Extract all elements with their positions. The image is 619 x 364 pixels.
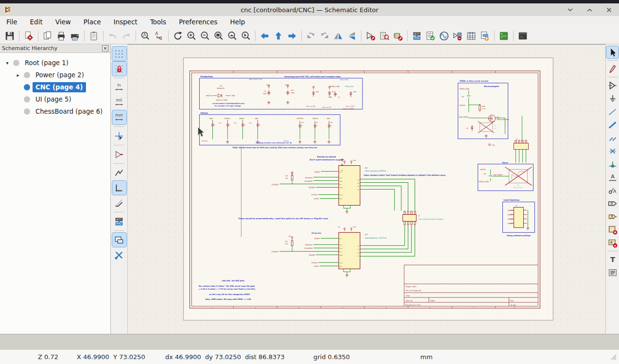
menu-edit[interactable]: Edit [24,17,49,27]
redo-button[interactable] [120,29,133,43]
zoom-out-icon [200,31,210,41]
nav-back-button[interactable] [258,29,272,43]
close-button[interactable] [604,5,613,14]
undo-button[interactable] [106,29,120,43]
zoom-in-button[interactable] [185,29,198,43]
resize-grip[interactable] [609,353,617,361]
annotate-button[interactable]: R??R42 [410,29,424,43]
expander-icon[interactable]: ▾ [4,60,11,66]
select-cursor-button[interactable] [606,46,619,58]
find-replace-button[interactable]: AB [152,29,166,43]
cursor-shape-button[interactable] [112,129,126,143]
svg-text:J1: J1 [418,214,420,217]
no-connect-button[interactable] [606,145,619,157]
hierarchy-item-power[interactable]: ▸Power (page 2) [0,69,110,81]
place-sheet-button[interactable] [606,224,619,236]
annotate-auto-button[interactable]: R??R42 [112,214,126,228]
hierarchy-close-button[interactable]: ✕ [102,45,108,52]
svg-text:Rev:: Rev: [511,300,514,302]
copy-sheet-button[interactable] [41,29,54,43]
page-settings-button[interactable] [22,29,35,43]
draw-wire-button[interactable] [606,105,619,118]
schematic-canvas[interactable]: 1 2 3 4 5 6 7 8 Production Assuming mod-… [128,44,605,334]
assign-footprints-button[interactable] [451,29,464,43]
open-pcb-editor-button[interactable] [497,29,511,43]
unit-mil-button[interactable]: mil [112,95,126,109]
menu-view[interactable]: View [49,17,77,27]
svg-text:Also: 18W motor, 8V easy with: Also: 18W motor, 8V easy with PWM -> 1.9… [206,298,251,300]
mirror-horizontal-button[interactable] [345,29,359,43]
title-bar[interactable]: cnc [controlboard/CNC] — Schematic Edito… [0,3,619,17]
wire-free-angle-button[interactable] [112,166,126,180]
properties-tools-button[interactable] [112,248,126,262]
print-button[interactable] [54,29,68,43]
save-button[interactable] [3,29,17,43]
place-text-icon: T [607,254,618,265]
minimize-button[interactable] [566,5,574,14]
nav-forward-button[interactable] [285,29,299,43]
rotate-cw-button[interactable] [318,29,331,43]
nav-up-button[interactable] [272,29,285,43]
place-power-button[interactable] [606,92,619,104]
window-title: cnc [controlboard/CNC] — Schematic Edito… [0,6,619,14]
hierarchy-item-ui[interactable]: UI (page 5) [0,93,110,105]
maximize-button[interactable] [585,5,594,14]
hierarchy-item-cnc[interactable]: CNC (page 4) [0,81,110,93]
bus-entry-button[interactable] [606,132,619,144]
mirror-vertical-button[interactable] [331,29,345,43]
highlight-net-button[interactable] [606,63,619,75]
svg-text:VMOT: VMOT [353,226,357,228]
svg-text:JP2: JP2 [483,173,486,175]
hierarchy-panel-header[interactable]: Schematic Hierarchy ✕ [0,44,110,53]
draw-bus-button[interactable] [606,119,619,131]
run-erc-button[interactable] [424,29,437,43]
hierarchical-label-button[interactable]: A [606,210,619,223]
edit-footprint-button[interactable] [391,29,405,43]
hierarchy-item-chessboard[interactable]: ChessBoard (page 6) [0,105,110,118]
browse-symbols-button[interactable] [378,29,391,43]
hidden-pins-button[interactable] [112,147,126,161]
global-label-button[interactable]: A [606,197,619,209]
paste-button[interactable] [87,29,101,43]
menu-inspect[interactable]: Inspect [107,17,144,27]
export-bom-button[interactable]: .bom [478,29,492,43]
simulator-button[interactable] [437,29,451,43]
scripting-console-button[interactable]: >_ [516,29,530,43]
rotate-ccw-button[interactable] [304,29,318,43]
net-label-button[interactable]: A [606,171,619,183]
menu-place[interactable]: Place [77,17,107,27]
zoom-out-button[interactable] [198,29,212,43]
edit-symbol-button[interactable] [364,29,378,43]
place-text-box-button[interactable] [606,266,619,278]
find-button[interactable]: A [138,29,152,43]
select-cursor-icon [607,47,618,58]
hierarchy-navigator-button[interactable] [112,233,126,247]
directive-label-button[interactable]: A [606,184,619,196]
refresh-view-button[interactable] [171,29,185,43]
svg-text:C1: C1 [338,96,340,98]
menu-help[interactable]: Help [224,17,252,27]
schematic-drawing[interactable]: 1 2 3 4 5 6 7 8 Production Assuming mod-… [128,45,605,334]
place-symbol-button[interactable] [606,79,619,91]
place-text-button[interactable]: T [606,253,619,265]
wire-hv-angle-button[interactable] [112,181,126,195]
menu-file[interactable]: File [0,17,24,27]
menu-preferences[interactable]: Preferences [172,17,224,27]
symbol-fields-table-button[interactable] [464,29,478,43]
zoom-to-fit-button[interactable] [212,29,225,43]
junction-button[interactable] [606,158,619,170]
unit-in-button[interactable]: in [112,80,126,94]
plot-button[interactable] [68,29,82,43]
unit-mm-button[interactable]: mm [112,110,126,124]
expander-icon[interactable]: ▸ [15,72,21,78]
zoom-to-selection-button[interactable] [239,29,253,43]
svg-text:R25: R25 [301,122,304,123]
zoom-to-objects-button[interactable] [225,29,239,43]
svg-text:STEPLD: STEPLD [311,262,318,264]
wire-45-angle-button[interactable] [112,196,126,210]
grid-visibility-button[interactable] [112,47,126,61]
hierarchy-item-root[interactable]: ▾Root (page 1) [0,57,110,69]
grid-lock-button[interactable] [112,62,126,76]
sheet-pin-button[interactable]: A [606,237,619,249]
menu-tools[interactable]: Tools [144,17,172,27]
